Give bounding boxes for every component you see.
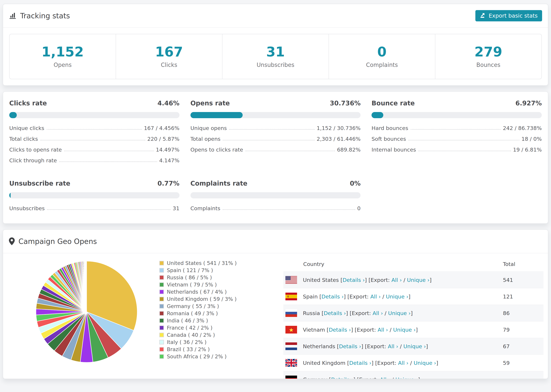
export-all-link[interactable]: All ›: [370, 294, 381, 300]
total-cell: 79: [503, 327, 544, 333]
country-cell: United Kingdom [Details ›] [Export: All …: [283, 359, 503, 367]
dotted-leader: [47, 129, 142, 130]
geo-table-header-total: Total: [503, 261, 544, 267]
legend-swatch: [159, 282, 164, 287]
legend-item: United States ( 541 / 31% ): [159, 259, 248, 267]
geo-table-header-country: Country: [303, 261, 503, 267]
rate-value: 4.46%: [157, 99, 179, 107]
detail-label: Unique opens: [191, 125, 227, 131]
export-button-label: Export basic stats: [489, 13, 538, 19]
detail-value: 31: [173, 205, 179, 211]
export-basic-stats-button[interactable]: Export basic stats: [475, 10, 542, 21]
export-all-link[interactable]: All ›: [380, 377, 390, 379]
export-unique-link[interactable]: Unique ›: [388, 310, 411, 316]
ru-flag-icon: [285, 309, 297, 317]
legend-label: Germany ( 55 / 3% ): [167, 303, 219, 309]
stat-label: Opens: [54, 62, 71, 68]
dotted-leader: [229, 129, 315, 130]
export-all-link[interactable]: All ›: [391, 277, 402, 283]
legend-item: Brazil ( 33 / 2% ): [159, 346, 248, 353]
country-cell: Netherlands [Details ›] [Export: All › /…: [283, 343, 503, 350]
export-unique-link[interactable]: Unique ›: [396, 377, 418, 379]
stat-value: 279: [474, 44, 502, 60]
legend-swatch: [159, 261, 164, 266]
export-unique-link[interactable]: Unique ›: [403, 343, 426, 350]
slash-separator: /: [383, 310, 388, 316]
legend-item: South Africa ( 29 / 2% ): [159, 353, 248, 360]
rate-detail-row: Hard bounces242 / 86.738%: [372, 125, 542, 131]
export-all-link[interactable]: All ›: [373, 310, 383, 316]
us-flag-icon: [285, 276, 297, 284]
legend-label: United States ( 541 / 31% ): [167, 260, 237, 266]
detail-value: 19 / 6.81%: [513, 147, 542, 153]
detail-label: Internal bounces: [372, 147, 416, 153]
tracking-stats-header: Tracking stats Export basic stats: [3, 4, 548, 28]
export-all-link[interactable]: All ›: [398, 360, 409, 366]
bar-chart-icon: [9, 12, 16, 20]
rate-detail-row: Opens to clicks rate689.82%: [191, 147, 361, 153]
legend-item: Vietnam ( 79 / 5% ): [159, 281, 248, 288]
rate-progress-fill: [372, 112, 383, 118]
export-unique-link[interactable]: Unique ›: [414, 360, 436, 366]
country-cell: Spain [Details ›] [Export: All › / Uniqu…: [283, 293, 503, 300]
details-link[interactable]: Details ›: [331, 377, 353, 379]
export-unique-link[interactable]: Unique ›: [393, 327, 416, 333]
country-name: Spain [: [303, 294, 322, 300]
legend-label: Russia ( 86 / 5% ): [167, 274, 212, 280]
detail-label: Unique clicks: [9, 125, 44, 131]
total-cell: 86: [503, 310, 544, 316]
details-link[interactable]: Details ›: [343, 277, 365, 283]
export-prefix: ] [Export:: [361, 343, 388, 350]
export-icon: [480, 12, 486, 20]
country-cell: United States [Details ›] [Export: All ›…: [283, 276, 503, 284]
country-name: Netherlands [: [303, 343, 339, 350]
rate-title: Opens rate: [191, 99, 230, 107]
detail-label: Clicks to opens rate: [9, 147, 62, 153]
rate-detail-row: Complaints0: [191, 205, 361, 211]
detail-label: Soft bounces: [372, 136, 406, 142]
slash-separator: /: [381, 294, 386, 300]
export-all-link[interactable]: All ›: [378, 327, 388, 333]
rate-title: Complaints rate: [191, 180, 247, 187]
gb-flag-icon: [285, 359, 297, 367]
legend-item: Italy ( 36 / 2% ): [159, 338, 248, 346]
dotted-leader: [64, 151, 154, 151]
geo-table-row-united-states: United States [Details ›] [Export: All ›…: [283, 271, 544, 288]
rate-detail-row: Total clicks220 / 5.87%: [9, 136, 179, 142]
rate-progress-fill: [191, 112, 243, 118]
geo-opens-legend: United States ( 541 / 31% )Spain ( 121 /…: [159, 259, 248, 360]
campaign-geo-opens-title: Campaign Geo Opens: [9, 237, 97, 245]
rates-card: Clicks rate4.46%Unique clicks167 / 4.456…: [3, 91, 548, 224]
country-name: Russia [: [303, 310, 324, 316]
legend-label: South Africa ( 29 / 2% ): [167, 354, 226, 359]
legend-item: Spain ( 121 / 7% ): [159, 267, 248, 274]
country-name: United Kingdom [: [303, 360, 349, 366]
dotted-leader: [411, 129, 501, 130]
closing-bracket: ]: [411, 310, 413, 316]
details-link[interactable]: Details ›: [329, 327, 351, 333]
legend-swatch: [159, 318, 164, 323]
stat-cell-complaints: 0Complaints: [329, 34, 435, 79]
rate-value: 6.927%: [516, 99, 542, 107]
export-unique-link[interactable]: Unique ›: [386, 294, 409, 300]
geo-opens-table: Country Total United States [Details ›] …: [283, 257, 544, 379]
details-link[interactable]: Details ›: [324, 310, 346, 316]
export-all-link[interactable]: All ›: [388, 343, 398, 350]
export-unique-link[interactable]: Unique ›: [407, 277, 430, 283]
dotted-leader: [418, 151, 511, 151]
legend-swatch: [159, 325, 164, 330]
details-link[interactable]: Details ›: [349, 360, 372, 366]
legend-label: France ( 42 / 2% ): [167, 325, 212, 331]
detail-label: Total clicks: [9, 136, 38, 142]
details-link[interactable]: Details ›: [322, 294, 344, 300]
dotted-leader: [47, 209, 171, 210]
legend-label: India ( 46 / 3% ): [167, 318, 208, 324]
detail-label: Hard bounces: [372, 125, 408, 131]
slash-separator: /: [390, 377, 396, 379]
rate-progress-bar: [191, 192, 361, 198]
rate-detail-row: Click through rate4.147%: [9, 157, 179, 163]
closing-bracket: ]: [436, 360, 438, 366]
legend-label: Brazil ( 33 / 2% ): [167, 346, 210, 352]
geo-table-row-spain: Spain [Details ›] [Export: All › / Uniqu…: [283, 288, 544, 305]
details-link[interactable]: Details ›: [339, 343, 361, 350]
